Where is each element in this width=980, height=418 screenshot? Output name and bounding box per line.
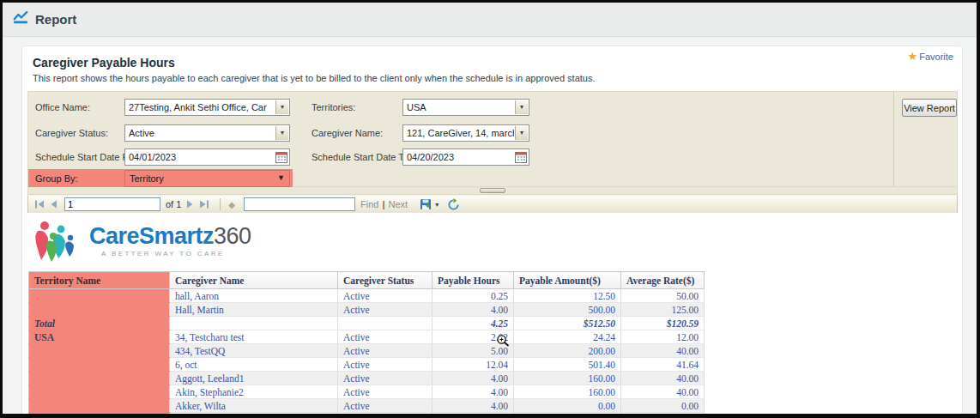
cell-average_rate: 41.64 — [621, 358, 705, 372]
group-by-select[interactable]: Territory ▼ — [124, 170, 290, 187]
brand-name: CareSmartz — [89, 223, 214, 249]
view-report-button[interactable]: View Report — [902, 99, 957, 117]
splitter-handle[interactable] — [480, 188, 505, 193]
cell-payable_hours: 2.02 — [433, 330, 514, 344]
caregiver-status-value: Active — [129, 128, 275, 138]
cell-caregiver_name: 434, TestQQ — [170, 344, 338, 358]
brand-suffix: 360 — [214, 223, 251, 249]
cell-caregiver_name: Aggott, Leeland1 — [170, 372, 338, 385]
cell-territory — [29, 372, 170, 385]
cell-payable_hours: 4.00 — [433, 385, 514, 399]
last-page-button[interactable] — [198, 198, 210, 210]
cell-caregiver_name: hall, Aaron — [170, 289, 338, 303]
cell-caregiver_status — [338, 317, 433, 330]
column-header-average-rate: Average Rate($) — [621, 272, 705, 289]
table-row: Akker, WiltaActive4.000.000.00 — [29, 399, 705, 413]
cell-average_rate: 12.00 — [621, 330, 705, 344]
table-total-row: Total4.25$512.50$120.59 — [29, 317, 705, 330]
page-number-input[interactable] — [64, 197, 160, 211]
column-header-caregiver-name: Caregiver Name — [170, 272, 338, 289]
cell-caregiver_name: 34, Testcharu test — [170, 330, 338, 344]
chevron-down-icon: ▼ — [277, 173, 285, 182]
parameters-panel: Office Name: 27Testing, Ankit Sethi Offi… — [27, 91, 958, 214]
report-description: This report shows the hours payable to e… — [33, 73, 596, 83]
cell-average_rate: 125.00 — [621, 303, 705, 317]
cell-caregiver_name: Anderson, Paul — [170, 413, 338, 418]
cell-payable_hours: 4.25 — [433, 317, 514, 330]
cell-payable_amount: 12.50 — [514, 289, 621, 303]
cell-average_rate: $120.59 — [621, 317, 705, 330]
calendar-icon[interactable] — [515, 151, 527, 163]
cell-caregiver_status: Active — [338, 372, 433, 385]
calendar-icon[interactable] — [275, 151, 287, 163]
report-title: Caregiver Payable Hours — [33, 56, 175, 70]
cell-payable_hours: 4.00 — [433, 413, 514, 418]
cell-average_rate: 0.00 — [621, 399, 705, 413]
date-to-value: 04/20/2023 — [407, 152, 514, 162]
cell-payable_amount — [514, 413, 621, 418]
chevron-down-icon[interactable]: ▾ — [515, 126, 528, 140]
chevron-down-icon[interactable]: ▾ — [275, 126, 288, 140]
back-to-parent-icon[interactable]: ◆ — [228, 200, 235, 209]
table-row: Aggott, Leeland1Active4.00160.0040.00 — [29, 372, 705, 385]
cell-territory — [29, 303, 170, 317]
cell-caregiver_name: Hall, Martin — [170, 303, 338, 317]
table-row: hall, AaronActive0.2512.5050.00 — [29, 289, 705, 303]
cell-caregiver_name: Akker, Wilta — [170, 399, 338, 413]
report-table-body: hall, AaronActive0.2512.5050.00Hall, Mar… — [29, 289, 705, 418]
report-card: Caregiver Payable Hours This report show… — [21, 45, 963, 418]
cell-payable_amount: 160.00 — [514, 385, 621, 399]
cell-payable_hours: 4.00 — [433, 303, 514, 317]
cell-territory — [29, 413, 170, 418]
table-row: Akin, Stephanie2Active4.00160.0040.00 — [29, 385, 705, 399]
territories-select[interactable]: USA ▾ — [402, 99, 529, 116]
cell-payable_hours: 12.04 — [433, 358, 514, 372]
cell-payable_amount: 0.00 — [514, 399, 621, 413]
caresmartz-logo: CareSmartz360 A BETTER WAY TO CARE — [33, 219, 251, 264]
find-text-input[interactable] — [244, 197, 355, 211]
cell-payable_hours: 0.25 — [433, 289, 514, 303]
brand-tagline: A BETTER WAY TO CARE — [101, 250, 251, 257]
cell-average_rate: 40.00 — [621, 344, 705, 358]
table-header-row: Territory Name Caregiver Name Caregiver … — [29, 272, 705, 289]
cell-territory — [29, 289, 170, 303]
cell-territory — [29, 358, 170, 372]
previous-page-button[interactable] — [47, 198, 59, 210]
column-header-payable-hours: Payable Hours — [433, 272, 514, 289]
cell-caregiver_name: Akin, Stephanie2 — [170, 385, 338, 399]
top-header-bar: Report — [3, 3, 977, 37]
caregiver-status-select[interactable]: Active ▾ — [124, 124, 290, 142]
next-page-button[interactable] — [185, 198, 197, 210]
table-row: 6, octActive12.04501.4041.64 — [29, 358, 705, 372]
find-next-separator: | — [382, 199, 384, 209]
table-row: Anderson, PaulActive4.00 — [29, 413, 705, 418]
favorite-label: Favorite — [919, 51, 953, 62]
panel-divider — [893, 92, 894, 186]
first-page-button[interactable] — [33, 198, 45, 210]
schedule-start-date-from-input[interactable]: 04/01/2023 — [124, 148, 290, 166]
caregiver-name-select[interactable]: 121, CareGiver, 14, march, 2023 ▾ — [402, 124, 529, 142]
cell-caregiver_status: Active — [338, 399, 433, 413]
cell-territory — [29, 344, 170, 358]
cell-caregiver_status: Active — [338, 330, 433, 344]
office-name-select[interactable]: 27Testing, Ankit Sethi Office, Car ▾ — [124, 99, 290, 116]
cell-payable_amount: 500.00 — [514, 303, 621, 317]
export-save-button[interactable]: ▾ — [420, 198, 439, 211]
territories-label: Territories: — [312, 102, 355, 112]
chevron-down-icon[interactable]: ▾ — [515, 100, 528, 114]
cell-territory — [29, 385, 170, 399]
cell-payable_hours: 4.00 — [433, 372, 514, 385]
cell-average_rate: 40.00 — [621, 385, 705, 399]
cell-caregiver_name — [170, 317, 338, 330]
payable-hours-table: Territory Name Caregiver Name Caregiver … — [28, 271, 705, 418]
find-next-button[interactable]: Next — [389, 199, 408, 209]
chevron-down-icon[interactable]: ▾ — [275, 100, 288, 114]
find-button[interactable]: Find — [360, 199, 378, 209]
territories-value: USA — [407, 102, 514, 112]
favorite-button[interactable]: ★ Favorite — [908, 51, 953, 62]
cell-payable_amount: 501.40 — [514, 358, 621, 372]
report-render-area: CareSmartz360 A BETTER WAY TO CARE Terri… — [27, 213, 958, 418]
parameters-area: Office Name: 27Testing, Ankit Sethi Offi… — [27, 91, 958, 187]
refresh-button[interactable] — [447, 198, 460, 211]
schedule-start-date-to-input[interactable]: 04/20/2023 — [402, 148, 529, 166]
